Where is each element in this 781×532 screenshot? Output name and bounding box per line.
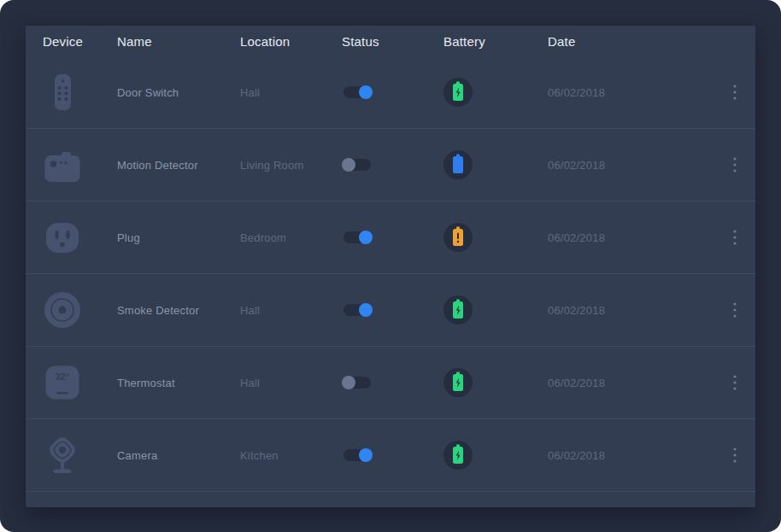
- table-body: Door Switch Hall 06/02/2018 Motion Detec…: [26, 56, 755, 492]
- kebab-menu-icon[interactable]: [725, 372, 745, 393]
- device-location: Kitchen: [240, 449, 342, 462]
- column-header-location: Location: [240, 34, 342, 49]
- device-date: 06/02/2018: [548, 231, 704, 244]
- device-name: Smoke Detector: [117, 304, 240, 317]
- status-toggle[interactable]: [344, 377, 371, 389]
- battery-full-blue-icon: [443, 150, 473, 179]
- kebab-menu-icon[interactable]: [725, 300, 745, 320]
- motion-detector-icon: [43, 145, 82, 184]
- toggle-knob: [359, 85, 373, 99]
- toggle-knob: [359, 231, 373, 244]
- device-date: 06/02/2018: [548, 304, 704, 317]
- battery-charging-green-icon: [443, 368, 473, 397]
- column-header-device: Device: [43, 34, 117, 49]
- remote-icon: [43, 73, 82, 112]
- column-header-date: Date: [548, 34, 704, 49]
- battery-low-orange-icon: [443, 223, 473, 252]
- kebab-menu-icon[interactable]: [725, 445, 745, 465]
- device-table-card: Device Name Location Status Battery Date…: [26, 26, 755, 507]
- camera-icon: [43, 436, 82, 475]
- column-header-status: Status: [342, 34, 443, 49]
- toggle-knob: [342, 158, 355, 172]
- battery-charging-green-icon: [443, 78, 473, 107]
- kebab-menu-icon[interactable]: [725, 227, 745, 248]
- toggle-knob: [359, 448, 373, 462]
- table-row: Camera Kitchen 06/02/2018: [26, 419, 755, 492]
- column-header-battery: Battery: [443, 34, 548, 49]
- device-name: Door Switch: [117, 86, 240, 99]
- table-row: Smoke Detector Hall 06/02/2018: [26, 274, 755, 347]
- device-date: 06/02/2018: [548, 449, 704, 462]
- device-location: Hall: [240, 377, 342, 389]
- device-location: Hall: [240, 304, 342, 317]
- battery-charging-green-icon: [443, 295, 473, 324]
- thermostat-icon: 32°: [43, 363, 82, 402]
- app-window: Device Name Location Status Battery Date…: [0, 0, 781, 532]
- table-row: 32° Thermostat Hall 06/02/2018: [26, 347, 755, 419]
- device-date: 06/02/2018: [548, 377, 704, 389]
- plug-icon: [43, 218, 82, 257]
- device-date: 06/02/2018: [548, 159, 704, 172]
- toggle-knob: [359, 303, 373, 317]
- device-name: Thermostat: [117, 377, 240, 389]
- kebab-menu-icon[interactable]: [725, 82, 745, 102]
- device-name: Camera: [117, 449, 240, 462]
- status-toggle[interactable]: [344, 304, 371, 316]
- device-date: 06/02/2018: [548, 86, 704, 99]
- kebab-menu-icon[interactable]: [725, 155, 745, 175]
- device-name: Plug: [117, 231, 240, 244]
- device-location: Bedroom: [240, 231, 342, 244]
- table-row: Plug Bedroom 06/02/2018: [26, 202, 755, 274]
- device-location: Hall: [240, 86, 342, 99]
- column-header-name: Name: [117, 34, 240, 49]
- table-header: Device Name Location Status Battery Date: [26, 26, 755, 56]
- device-name: Motion Detector: [117, 159, 240, 172]
- battery-charging-green-icon: [443, 441, 473, 470]
- svg-text:32°: 32°: [56, 371, 70, 382]
- status-toggle[interactable]: [344, 231, 371, 243]
- smoke-detector-icon: [43, 290, 82, 330]
- status-toggle[interactable]: [344, 86, 371, 98]
- status-toggle[interactable]: [344, 159, 371, 171]
- device-location: Living Room: [240, 159, 342, 172]
- status-toggle[interactable]: [344, 449, 371, 461]
- toggle-knob: [342, 376, 355, 389]
- table-row: Motion Detector Living Room 06/02/2018: [26, 129, 755, 202]
- table-row: Door Switch Hall 06/02/2018: [26, 56, 755, 129]
